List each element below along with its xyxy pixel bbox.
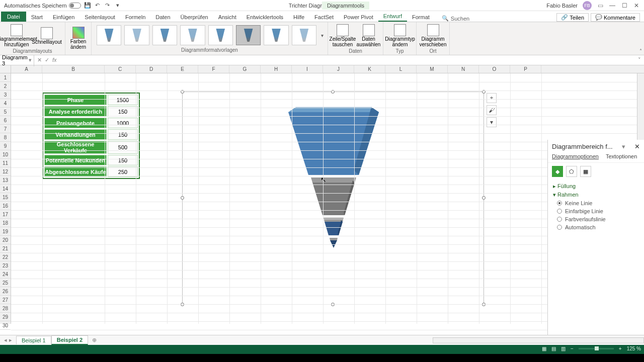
pane-tab-chart-options[interactable]: Diagrammoptionen — [552, 153, 599, 159]
change-chart-type-button[interactable]: Diagrammtyp ändern — [385, 23, 415, 48]
zoom-in-icon[interactable]: + — [619, 346, 622, 351]
section-border[interactable]: ▾ Rahmen — [553, 191, 639, 199]
row-header-30[interactable]: 30 — [0, 321, 11, 330]
zoom-level[interactable]: 125 % — [627, 346, 641, 351]
tab-ueberpruefen[interactable]: Überprüfen — [176, 13, 213, 22]
row-header-28[interactable]: 28 — [0, 304, 11, 313]
sheet-tab-2[interactable]: Beispiel 2 — [51, 335, 88, 345]
row-header-26[interactable]: 26 — [0, 287, 11, 296]
table-value-cell[interactable]: 1000 — [108, 118, 138, 128]
row-header-27[interactable]: 27 — [0, 296, 11, 304]
section-fill[interactable]: ▸ Füllung — [553, 182, 639, 191]
col-header-F[interactable]: F — [198, 65, 229, 73]
table-label-cell[interactable]: Preisangebote — [44, 118, 107, 128]
tab-factset[interactable]: FactSet — [309, 13, 339, 22]
tab-seitenlayout[interactable]: Seitenlayout — [79, 13, 120, 22]
tab-format[interactable]: Format — [407, 13, 435, 22]
table-value-cell[interactable]: 250 — [108, 166, 138, 177]
sheet-tab-1[interactable]: Beispiel 1 — [16, 336, 51, 344]
tab-daten[interactable]: Daten — [150, 13, 175, 22]
search-icon[interactable]: 🔍 — [442, 15, 449, 22]
switch-rowcol-button[interactable]: Zeile/Spalte tauschen — [330, 23, 355, 48]
chart-style-1[interactable] — [97, 25, 121, 45]
name-box[interactable]: Diagramm 3 ▾ — [0, 54, 34, 66]
col-header-A[interactable]: A — [11, 65, 42, 73]
row-header-5[interactable]: 5 — [0, 108, 11, 116]
col-header-J[interactable]: J — [323, 65, 354, 73]
tab-start[interactable]: Start — [26, 13, 48, 22]
table-label-cell[interactable]: Potentielle Neukunden — [44, 155, 107, 165]
sheet-nav-prev-icon[interactable]: ◂ — [4, 337, 7, 343]
horizontal-scrollbar[interactable] — [433, 337, 644, 343]
table-label-cell[interactable]: Abgeschlossene Käufe — [44, 166, 107, 177]
chart-style-3[interactable] — [152, 25, 177, 45]
view-page-layout-icon[interactable]: ▤ — [551, 346, 556, 351]
maximize-icon[interactable]: ☐ — [621, 2, 628, 9]
col-header-K[interactable]: K — [354, 65, 385, 73]
col-header-L[interactable]: L — [385, 65, 417, 73]
share-button[interactable]: 🔗Teilen — [556, 13, 589, 22]
table-value-cell[interactable]: 1500 — [108, 95, 138, 105]
user-avatar[interactable]: FB — [583, 1, 592, 10]
tab-powerpivot[interactable]: Power Pivot — [339, 13, 378, 22]
chart-filter-button[interactable]: ▾ — [487, 117, 497, 127]
row-header-20[interactable]: 20 — [0, 236, 11, 244]
autosave-toggle[interactable]: Automatisches Speichern — [4, 3, 81, 9]
col-header-H[interactable]: H — [261, 65, 292, 73]
comments-button[interactable]: 💬Kommentare — [591, 13, 640, 22]
table-value-cell[interactable]: 500 — [108, 141, 138, 154]
redo-icon[interactable]: ↷ — [104, 2, 111, 9]
row-header-23[interactable]: 23 — [0, 261, 11, 270]
col-header-P[interactable]: P — [510, 65, 541, 73]
fill-line-icon[interactable]: ◆ — [552, 166, 563, 177]
chart-style-4[interactable] — [180, 25, 205, 45]
effects-icon[interactable]: ⬠ — [566, 166, 577, 177]
col-header-C[interactable]: C — [105, 65, 136, 73]
col-header-N[interactable]: N — [448, 65, 479, 73]
row-header-13[interactable]: 13 — [0, 176, 11, 185]
change-colors-button[interactable]: Farben ändern — [67, 26, 89, 51]
row-header-22[interactable]: 22 — [0, 253, 11, 261]
row-header-29[interactable]: 29 — [0, 313, 11, 321]
row-header-24[interactable]: 24 — [0, 270, 11, 279]
move-chart-button[interactable]: Diagramm verschieben — [419, 23, 447, 48]
user-name[interactable]: Fabio Basler — [546, 3, 578, 9]
col-header-E[interactable]: E — [167, 65, 198, 73]
add-chart-element-button[interactable]: Diagrammelement hinzufügen — [2, 23, 31, 48]
row-header-21[interactable]: 21 — [0, 244, 11, 253]
col-header-G[interactable]: G — [229, 65, 261, 73]
qat-customize-icon[interactable]: ▾ — [114, 2, 121, 9]
add-sheet-icon[interactable]: ⊕ — [88, 337, 101, 343]
funnel-chart[interactable] — [283, 107, 384, 248]
row-header-14[interactable]: 14 — [0, 185, 11, 193]
save-icon[interactable]: 💾 — [84, 2, 91, 9]
quick-layout-button[interactable]: Schnelllayout — [32, 23, 61, 48]
chart-style-5[interactable] — [208, 25, 233, 45]
search-label[interactable]: Suchen — [451, 16, 469, 22]
pane-close-icon[interactable]: ✕ — [634, 143, 640, 150]
pane-tab-text-options[interactable]: Textoptionen — [606, 153, 637, 159]
row-header-17[interactable]: 17 — [0, 210, 11, 219]
tab-datei[interactable]: Datei — [1, 12, 26, 22]
radio-gradient-line[interactable]: Farbverlaufslinie — [553, 215, 639, 223]
source-data-table[interactable]: Phase1500Analyse erforderlich150Preisang… — [42, 93, 140, 179]
cancel-formula-icon[interactable]: ✕ — [37, 57, 42, 63]
row-header-16[interactable]: 16 — [0, 202, 11, 210]
row-header-1[interactable]: 1 — [0, 73, 11, 82]
chart-object[interactable]: + 🖌 ▾ — [182, 92, 484, 305]
sheet-nav-next-icon[interactable]: ▸ — [9, 337, 12, 343]
row-header-10[interactable]: 10 — [0, 150, 11, 159]
close-icon[interactable]: ✕ — [633, 2, 640, 9]
fx-icon[interactable]: fx — [52, 57, 57, 63]
row-header-11[interactable]: 11 — [0, 159, 11, 167]
chart-style-2[interactable] — [124, 25, 149, 45]
table-label-cell[interactable]: Verhandlungen — [44, 129, 107, 140]
tab-entwicklertools[interactable]: Entwicklertools — [242, 13, 288, 22]
tab-einfuegen[interactable]: Einfügen — [48, 13, 79, 22]
tab-ansicht[interactable]: Ansicht — [213, 13, 242, 22]
minimize-icon[interactable]: — — [609, 2, 616, 9]
confirm-formula-icon[interactable]: ✓ — [45, 57, 49, 63]
undo-icon[interactable]: ↶ — [94, 2, 101, 9]
row-header-2[interactable]: 2 — [0, 82, 11, 90]
ribbon-display-icon[interactable]: ▭ — [597, 2, 604, 9]
